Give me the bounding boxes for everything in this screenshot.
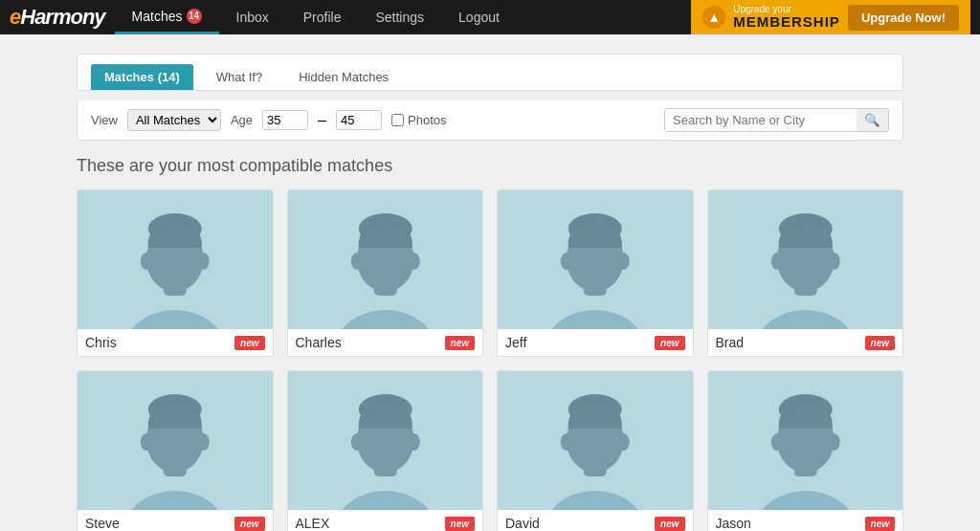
svg-point-26 xyxy=(770,253,782,270)
svg-point-54 xyxy=(770,433,782,451)
logo-e: e xyxy=(10,5,20,29)
svg-point-13 xyxy=(408,253,419,270)
svg-point-20 xyxy=(618,253,630,270)
svg-point-47 xyxy=(561,433,572,451)
age-max-input[interactable] xyxy=(336,110,382,130)
nav-logout-label: Logout xyxy=(458,10,500,25)
age-min-input[interactable] xyxy=(262,110,308,130)
filter-bar: View All Matches Age – Photos 🔍 xyxy=(77,100,903,141)
match-name: Chris xyxy=(85,335,117,350)
view-label: View xyxy=(91,113,118,127)
svg-point-40 xyxy=(350,433,362,451)
new-badge: new xyxy=(234,517,264,531)
match-avatar xyxy=(288,371,483,510)
new-badge: new xyxy=(655,336,684,350)
new-badge: new xyxy=(865,517,895,531)
match-footer: Davidnew xyxy=(498,510,693,531)
match-name: David xyxy=(505,516,540,531)
match-card[interactable]: ALEXnew xyxy=(287,370,484,531)
match-footer: Bradnew xyxy=(708,329,903,356)
match-card[interactable]: Davidnew xyxy=(497,370,694,531)
new-badge: new xyxy=(445,517,475,531)
match-avatar xyxy=(708,190,903,329)
nav-item-settings[interactable]: Settings xyxy=(358,0,441,34)
logo-harmony: Harmony xyxy=(20,5,104,29)
nav-item-logout[interactable]: Logout xyxy=(441,0,517,34)
match-avatar xyxy=(498,371,693,510)
search-button[interactable]: 🔍 xyxy=(857,109,888,131)
photos-label-text: Photos xyxy=(408,113,446,127)
nav-matches-badge: 14 xyxy=(187,9,202,24)
match-footer: Charlesnew xyxy=(288,329,483,356)
match-card[interactable]: Bradnew xyxy=(707,189,904,357)
new-badge: new xyxy=(445,336,475,350)
age-range-separator: – xyxy=(318,112,326,129)
new-badge: new xyxy=(865,336,895,350)
upgrade-banner: ▲ Upgrade your MEMBERSHIP Upgrade Now! xyxy=(691,0,970,34)
nav-inbox-label: Inbox xyxy=(236,10,269,25)
tab-hidden-matches[interactable]: Hidden Matches xyxy=(285,64,402,90)
matches-grid: Chrisnew Charlesnew xyxy=(77,189,903,531)
nav-item-profile[interactable]: Profile xyxy=(286,0,359,34)
nav-settings-label: Settings xyxy=(375,10,424,25)
match-card[interactable]: Stevenew xyxy=(77,370,274,531)
match-name: Jeff xyxy=(505,335,526,350)
view-select[interactable]: All Matches xyxy=(127,109,221,131)
new-badge: new xyxy=(234,336,264,350)
nav-item-inbox[interactable]: Inbox xyxy=(219,0,286,34)
photos-checkbox-label[interactable]: Photos xyxy=(391,113,446,127)
match-name: Brad xyxy=(716,335,745,350)
match-footer: ALEXnew xyxy=(288,510,483,531)
svg-point-34 xyxy=(198,433,210,451)
svg-point-6 xyxy=(198,253,210,270)
match-avatar xyxy=(708,371,903,510)
svg-point-55 xyxy=(828,433,839,451)
match-footer: Jeffnew xyxy=(498,329,693,356)
nav-matches-label: Matches xyxy=(132,9,183,24)
match-avatar xyxy=(78,190,273,329)
nav-links: Matches 14 Inbox Profile Settings Logout xyxy=(115,0,692,34)
match-footer: Chrisnew xyxy=(78,329,273,356)
match-name: Jason xyxy=(716,516,751,531)
match-avatar xyxy=(498,190,693,329)
svg-point-12 xyxy=(350,253,362,270)
match-avatar xyxy=(288,190,483,329)
match-footer: Stevenew xyxy=(78,510,273,531)
upgrade-icon: ▲ xyxy=(702,6,725,29)
svg-point-5 xyxy=(141,253,152,270)
tab-matches[interactable]: Matches (14) xyxy=(91,64,193,90)
upgrade-text-block: Upgrade your MEMBERSHIP xyxy=(733,4,840,31)
match-card[interactable]: Charlesnew xyxy=(287,189,484,357)
nav-item-matches[interactable]: Matches 14 xyxy=(115,0,219,34)
new-badge: new xyxy=(655,517,684,531)
svg-point-27 xyxy=(828,253,839,270)
svg-point-19 xyxy=(561,253,572,270)
search-input[interactable] xyxy=(665,109,857,131)
match-name: Steve xyxy=(85,516,120,531)
svg-point-33 xyxy=(141,433,152,451)
match-footer: Jasonnew xyxy=(708,510,903,531)
nav-profile-label: Profile xyxy=(303,10,342,25)
match-card[interactable]: Jasonnew xyxy=(707,370,904,531)
logo[interactable]: eHarmony xyxy=(10,5,105,30)
svg-point-48 xyxy=(618,433,630,451)
search-box: 🔍 xyxy=(664,108,889,132)
photos-checkbox[interactable] xyxy=(391,114,404,126)
match-name: ALEX xyxy=(296,516,330,531)
match-avatar xyxy=(78,371,273,510)
upgrade-big-text: MEMBERSHIP xyxy=(733,14,840,31)
matches-heading: These are your most compatible matches xyxy=(77,156,903,176)
match-name: Charles xyxy=(296,335,342,350)
tab-what-if[interactable]: What If? xyxy=(203,64,276,90)
age-label: Age xyxy=(231,113,253,127)
svg-point-41 xyxy=(408,433,419,451)
match-card[interactable]: Chrisnew xyxy=(77,189,274,357)
match-card[interactable]: Jeffnew xyxy=(497,189,694,357)
upgrade-now-button[interactable]: Upgrade Now! xyxy=(848,5,959,31)
tabs-bar: Matches (14) What If? Hidden Matches xyxy=(77,54,903,91)
